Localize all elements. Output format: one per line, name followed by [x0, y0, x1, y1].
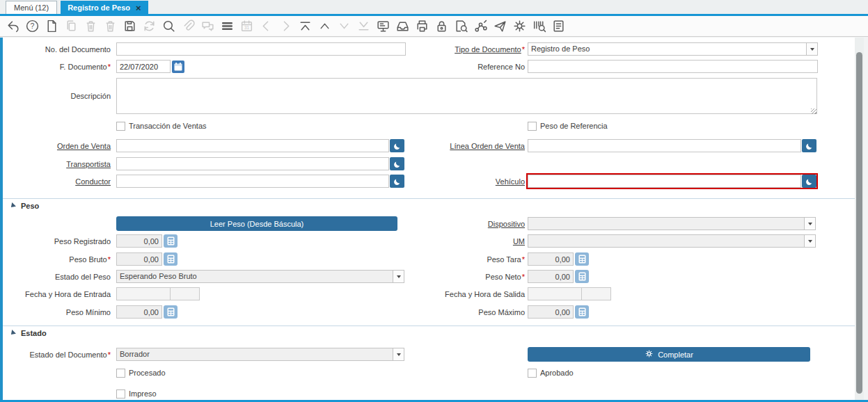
toolbar-report-button[interactable] [375, 19, 390, 34]
toolbar-undo-button[interactable] [5, 19, 20, 34]
description-label: Descripción [3, 92, 116, 100]
reference-no-input[interactable] [528, 60, 818, 73]
toolbar-toggle-grid-button[interactable] [219, 19, 235, 34]
calculator-icon[interactable] [575, 270, 589, 283]
calendar-picker-button[interactable] [172, 61, 184, 73]
calculator-icon[interactable] [575, 252, 589, 266]
toolbar-refresh-button [141, 19, 157, 34]
record-lookup-icon[interactable] [802, 175, 816, 188]
toolbar-report-window-button[interactable] [551, 19, 566, 34]
vertical-scrollbar[interactable] [855, 38, 864, 400]
approved-label: Aprobado [540, 369, 574, 377]
chevron-down-icon[interactable] [393, 348, 404, 360]
processed-checkbox[interactable] [116, 369, 125, 378]
toolbar-calendar-button: 31 [239, 19, 254, 34]
toolbar: ?31 [0, 16, 868, 37]
toolbar-request-button[interactable] [492, 19, 507, 34]
description-textarea[interactable] [116, 78, 817, 114]
record-lookup-icon[interactable] [802, 139, 816, 152]
toolbar-help-button[interactable]: ? [24, 19, 40, 34]
doc-status-select[interactable]: Borrador [116, 348, 404, 361]
sales-transaction-checkbox[interactable] [116, 122, 125, 131]
sales-order-label[interactable]: Orden de Venta [57, 142, 111, 150]
document-type-select[interactable]: Registro de Peso [528, 42, 818, 56]
carrier-label[interactable]: Transportista [66, 160, 111, 168]
tab-bar: Menú (12) Registro de Peso × [0, 0, 868, 14]
chevron-down-icon[interactable] [393, 271, 404, 282]
reference-weight-checkbox[interactable] [528, 122, 537, 131]
section-peso-header[interactable]: Peso [3, 198, 855, 210]
device-select [528, 217, 816, 230]
printed-checkbox[interactable] [116, 389, 125, 399]
section-estado-header[interactable]: Estado [3, 325, 855, 337]
entry-datetime-label: Fecha y Hora de Entrada [3, 290, 116, 298]
tab-registro-de-peso[interactable]: Registro de Peso × [61, 1, 148, 14]
weight-status-value: Esperando Peso Bruto [117, 271, 393, 282]
weight-status-select[interactable]: Esperando Peso Bruto [116, 270, 404, 283]
record-lookup-icon[interactable] [390, 139, 404, 152]
vehicle-label[interactable]: Vehículo [496, 177, 525, 186]
max-weight-input [528, 305, 574, 319]
toolbar-first-record-button[interactable] [297, 19, 313, 34]
exit-date-input [528, 287, 582, 300]
driver-input[interactable] [116, 175, 389, 188]
record-lookup-icon[interactable] [390, 157, 404, 170]
toolbar-next-record-button [278, 19, 293, 34]
document-no-label: No. del Documento [3, 45, 116, 54]
net-weight-label: Peso Neto* [411, 273, 528, 281]
collapse-triangle-icon[interactable] [9, 330, 16, 337]
vehicle-input[interactable] [528, 175, 801, 188]
toolbar-preferences-button[interactable] [512, 19, 527, 34]
carrier-input[interactable] [116, 157, 389, 170]
complete-button[interactable]: Completar [528, 347, 810, 362]
toolbar-print-button[interactable] [414, 19, 429, 34]
doc-status-value: Borrador [117, 348, 393, 360]
exit-time-input [582, 287, 611, 300]
required-asterisk: * [108, 255, 111, 264]
document-type-label[interactable]: Tipo de Documento [455, 45, 521, 54]
chevron-down-icon[interactable] [806, 43, 817, 55]
reference-no-label: Reference No [411, 63, 528, 71]
toolbar-attachment-button [180, 19, 196, 34]
processed-label: Procesado [129, 369, 166, 377]
uom-select [528, 234, 816, 248]
toolbar-lock-button[interactable] [434, 19, 449, 34]
toolbar-product-info-button[interactable] [531, 19, 546, 34]
toolbar-archive-button[interactable] [395, 19, 410, 34]
toolbar-previous-record-button [258, 19, 274, 34]
document-date-input[interactable] [116, 60, 171, 73]
min-weight-label: Peso Mínimo [3, 308, 116, 316]
close-tab-icon[interactable]: × [136, 3, 141, 13]
uom-label[interactable]: UM [513, 237, 525, 246]
toolbar-find-button[interactable] [161, 19, 176, 34]
calculator-icon[interactable] [164, 252, 177, 266]
driver-label[interactable]: Conductor [75, 177, 111, 186]
record-lookup-icon[interactable] [390, 175, 404, 188]
calculator-icon[interactable] [164, 234, 177, 248]
resize-grip-icon[interactable] [811, 108, 816, 114]
device-label[interactable]: Dispositivo [488, 220, 525, 228]
calculator-icon[interactable] [164, 305, 177, 319]
document-no-input[interactable] [116, 42, 406, 56]
toolbar-new-record-button[interactable] [44, 19, 59, 34]
toolbar-save-button[interactable] [122, 19, 137, 34]
required-asterisk: * [522, 273, 525, 281]
sales-order-line-input[interactable] [528, 139, 801, 152]
toolbar-zoom-across-button[interactable] [453, 19, 468, 34]
section-estado-title: Estado [21, 329, 47, 337]
sales-order-input[interactable] [116, 139, 389, 152]
tab-menu[interactable]: Menú (12) [6, 1, 57, 14]
sales-order-line-label[interactable]: Línea Orden de Venta [450, 142, 525, 150]
collapse-triangle-icon[interactable] [9, 202, 16, 209]
gear-icon [645, 349, 654, 360]
read-weight-button[interactable]: Leer Peso (Desde Báscula) [116, 216, 397, 231]
exit-datetime-label: Fecha y Hora de Salida [411, 290, 528, 298]
toolbar-parent-record-button[interactable] [317, 19, 332, 34]
approved-checkbox[interactable] [528, 369, 537, 378]
toolbar-detail-record-button [336, 19, 352, 34]
scrollbar-thumb[interactable] [856, 52, 862, 394]
net-weight-input [528, 270, 574, 283]
calculator-icon[interactable] [575, 305, 589, 319]
toolbar-workflow-button[interactable] [473, 19, 488, 34]
registered-weight-label: Peso Registrado [3, 237, 116, 246]
